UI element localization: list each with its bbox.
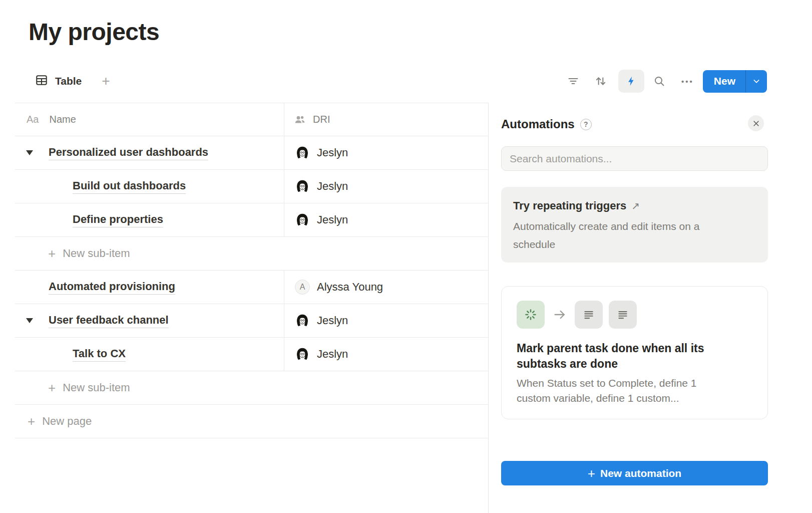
- new-sub-item-row[interactable]: + New sub-item: [15, 237, 488, 271]
- table-header-row: Aa Name DRI: [15, 103, 488, 136]
- arrow-right-icon: [553, 308, 567, 322]
- automations-panel: Automations ? Try repeating triggers ↗ A…: [488, 103, 812, 513]
- add-view-button[interactable]: +: [102, 74, 110, 88]
- table-row: Build out dashboards: [15, 170, 488, 203]
- plus-icon: +: [28, 415, 35, 428]
- view-tab-label: Table: [55, 75, 82, 87]
- new-button-label[interactable]: New: [703, 70, 745, 93]
- table-row: Personalized user dashboards: [15, 136, 488, 170]
- automation-card[interactable]: Mark parent task done when all its subta…: [501, 286, 768, 419]
- new-button[interactable]: New: [703, 70, 767, 93]
- dri-cell[interactable]: Jeslyn: [284, 338, 488, 371]
- page-link[interactable]: Talk to CX: [73, 347, 126, 362]
- help-icon[interactable]: ?: [580, 119, 592, 130]
- table-row: Automated provisioning A Alyssa Young: [15, 271, 488, 304]
- automations-lightning-button[interactable]: [618, 70, 644, 93]
- search-icon[interactable]: [653, 75, 665, 87]
- toolbar-actions: ••• New: [567, 70, 767, 93]
- chevron-down-icon[interactable]: [746, 70, 767, 93]
- plus-icon: +: [588, 467, 595, 480]
- automations-search: [501, 146, 768, 171]
- projects-table: Aa Name DRI Personalize: [15, 103, 488, 438]
- dri-cell[interactable]: Jeslyn: [284, 170, 488, 203]
- new-page-row[interactable]: + New page: [15, 405, 488, 438]
- table-area: Aa Name DRI Personalize: [0, 103, 488, 513]
- more-options-icon[interactable]: •••: [681, 77, 694, 86]
- page-header: My projects Table +: [0, 0, 812, 103]
- page-link[interactable]: User feedback channel: [49, 314, 169, 328]
- page-link[interactable]: Build out dashboards: [73, 179, 186, 194]
- new-sub-item-row[interactable]: + New sub-item: [15, 371, 488, 405]
- column-header-dri[interactable]: DRI: [284, 103, 488, 136]
- arrow-up-right-icon: ↗: [631, 200, 640, 212]
- repeating-triggers-card[interactable]: Try repeating triggers ↗ Automatically c…: [501, 187, 768, 263]
- plus-icon: +: [48, 381, 56, 394]
- text-property-icon: Aa: [27, 114, 39, 125]
- avatar: A: [295, 280, 310, 295]
- automation-description: When Status set to Complete, define 1 cu…: [517, 376, 732, 406]
- page-title: My projects: [29, 18, 159, 46]
- avatar: [295, 347, 310, 362]
- dri-cell[interactable]: Jeslyn: [284, 203, 488, 236]
- new-automation-button[interactable]: + New automation: [501, 461, 768, 485]
- search-automations-input[interactable]: [510, 153, 759, 165]
- collapse-toggle-icon[interactable]: [26, 150, 33, 155]
- dri-cell[interactable]: Jeslyn: [284, 136, 488, 169]
- dri-cell[interactable]: Jeslyn: [284, 304, 488, 337]
- close-panel-button[interactable]: [748, 115, 764, 131]
- trigger-status-icon: [517, 301, 545, 329]
- plus-icon: +: [48, 247, 56, 260]
- table-view-icon: [35, 74, 48, 89]
- table-row: Define properties: [15, 203, 488, 237]
- sort-icon[interactable]: [594, 75, 607, 88]
- people-icon: [294, 114, 306, 126]
- avatar: [295, 179, 310, 194]
- avatar: [295, 313, 310, 328]
- avatar: [295, 145, 310, 160]
- filter-icon[interactable]: [567, 75, 579, 87]
- view-tab-table[interactable]: Table +: [35, 70, 110, 93]
- page-link[interactable]: Automated provisioning: [49, 280, 175, 295]
- dri-cell[interactable]: A Alyssa Young: [284, 271, 488, 304]
- edit-property-icon: [609, 301, 637, 329]
- table-row: User feedback channel: [15, 304, 488, 338]
- table-row: Talk to CX: [15, 338, 488, 371]
- page-link[interactable]: Personalized user dashboards: [49, 146, 208, 160]
- panel-title: Automations: [501, 117, 575, 131]
- edit-property-icon: [575, 301, 603, 329]
- column-header-name[interactable]: Aa Name: [15, 103, 284, 136]
- avatar: [295, 212, 310, 227]
- promo-title: Try repeating triggers: [513, 199, 626, 212]
- promo-description: Automatically create and edit items on a…: [513, 217, 738, 253]
- page-link[interactable]: Define properties: [73, 213, 163, 227]
- automation-title: Mark parent task done when all its subta…: [517, 341, 742, 372]
- collapse-toggle-icon[interactable]: [26, 318, 33, 323]
